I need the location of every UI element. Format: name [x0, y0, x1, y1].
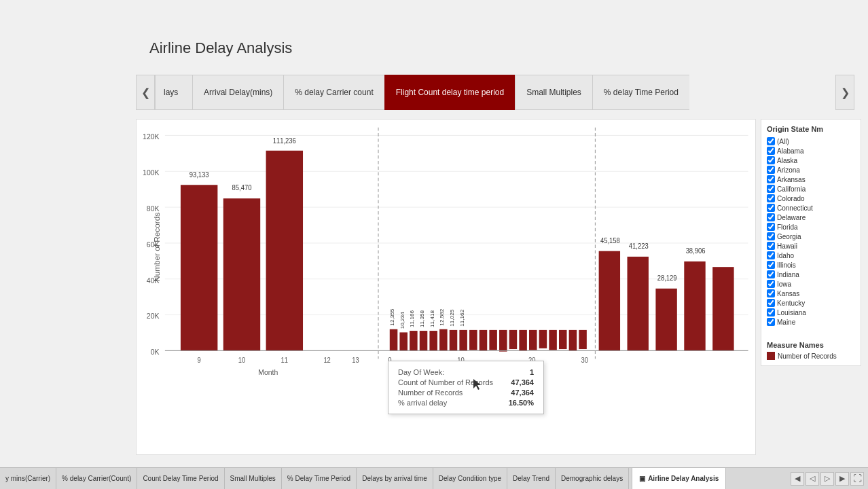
chart-container: 120K 100K 80K 60K 40K 20K 0K Number of R… — [136, 119, 756, 455]
svg-rect-46 — [450, 330, 458, 351]
tooltip-row-4: % arrival delay 16.50% — [398, 399, 534, 407]
tooltip-label-1: Day Of Week: — [398, 368, 444, 376]
svg-text:Month: Month — [258, 367, 278, 376]
tab-prev-arrow[interactable]: ❮ — [136, 75, 155, 110]
svg-rect-19 — [223, 198, 260, 350]
svg-text:11,418: 11,418 — [429, 310, 435, 327]
filter-item-arkansas[interactable]: Arkansas — [767, 175, 855, 183]
bottom-tab-delay-condition[interactable]: Delay Condition type — [433, 468, 507, 489]
svg-rect-67 — [655, 289, 676, 351]
bottom-icon-next[interactable]: ▷ — [820, 472, 834, 486]
filter-item-colorado[interactable]: Colorado — [767, 194, 855, 202]
svg-text:11,358: 11,358 — [419, 310, 424, 327]
tooltip-value-3: 47,364 — [511, 388, 534, 397]
svg-text:41,223: 41,223 — [629, 242, 649, 251]
filter-item-all[interactable]: (All) — [767, 137, 855, 145]
filter-item-kentucky[interactable]: Kentucky — [767, 299, 855, 307]
svg-text:120K: 120K — [143, 132, 160, 141]
tooltip-row-2: Count of Number of Records 47,364 — [398, 378, 534, 386]
bottom-tab-delays-arrival[interactable]: Delays by arrival time — [357, 468, 433, 489]
bottom-icon-back[interactable]: ◀ — [791, 472, 804, 486]
svg-text:30: 30 — [581, 357, 588, 365]
svg-rect-58 — [559, 330, 567, 349]
cursor-indicator — [471, 378, 484, 391]
measure-names-section: Measure Names Number of Records — [767, 341, 855, 360]
svg-text:11: 11 — [281, 357, 289, 365]
tab-item-partial-left[interactable]: lays — [155, 75, 192, 110]
svg-rect-56 — [539, 330, 547, 348]
tooltip-label-3: Number of Records — [398, 388, 463, 397]
svg-text:100K: 100K — [143, 168, 160, 177]
filter-item-georgia[interactable]: Georgia — [767, 232, 855, 240]
filter-item-alaska[interactable]: Alaska — [767, 156, 855, 164]
tooltip-row-3: Number of Records 47,364 — [398, 388, 534, 397]
filter-item-idaho[interactable]: Idaho — [767, 251, 855, 259]
bottom-tab-delay-trend[interactable]: Delay Trend — [507, 468, 556, 489]
filter-item-kansas[interactable]: Kansas — [767, 289, 855, 297]
tooltip-value-2: 47,364 — [511, 378, 534, 386]
bottom-icon-fullscreen[interactable]: ⛶ — [850, 472, 864, 486]
svg-text:11,166: 11,166 — [410, 310, 415, 327]
svg-rect-60 — [579, 330, 587, 349]
bottom-tab-carrier-mins[interactable]: y mins(Carrier) — [0, 468, 56, 489]
bottom-tab-delay-carrier-count[interactable]: % delay Carrier(Count) — [56, 468, 137, 489]
bottom-tab-demographic[interactable]: Demographic delays — [556, 468, 629, 489]
svg-text:11,162: 11,162 — [459, 310, 465, 327]
svg-text:Number of Records: Number of Records — [153, 213, 160, 282]
filter-panel-title: Origin State Nm — [767, 125, 855, 133]
svg-text:20K: 20K — [147, 312, 160, 321]
bottom-active-sheet[interactable]: ▣ Airline Delay Analysis — [632, 468, 726, 489]
svg-rect-34 — [390, 329, 398, 351]
svg-rect-40 — [420, 331, 428, 350]
filter-scroll[interactable]: (All) Alabama Alaska Arizona Arkansas Ca… — [767, 137, 855, 334]
bottom-tab-count-delay-time[interactable]: Count Delay Time Period — [137, 468, 224, 489]
svg-rect-48 — [459, 330, 467, 351]
bottom-icon-prev[interactable]: ◁ — [806, 472, 819, 486]
bottom-tab-delay-time-period[interactable]: % Delay Time Period — [282, 468, 357, 489]
tooltip-row-1: Day Of Week: 1 — [398, 368, 534, 376]
bottom-bar: y mins(Carrier) % delay Carrier(Count) C… — [0, 467, 868, 489]
svg-rect-50 — [480, 330, 488, 351]
filter-item-indiana[interactable]: Indiana — [767, 270, 855, 278]
filter-item-hawaii[interactable]: Hawaii — [767, 242, 855, 250]
svg-text:111,236: 111,236 — [273, 137, 296, 145]
svg-text:12: 12 — [323, 357, 331, 365]
svg-rect-22 — [266, 151, 303, 351]
bottom-icons: ◀ ◁ ▷ ▶ ⛶ — [791, 472, 868, 486]
bottom-tab-small-multiples[interactable]: Small Multiples — [225, 468, 282, 489]
bottom-icon-forward[interactable]: ▶ — [835, 472, 849, 486]
filter-item-arizona[interactable]: Arizona — [767, 166, 855, 174]
tab-delay-time-period[interactable]: % delay Time Period — [592, 75, 689, 110]
tab-bar: ❮ lays Arrival Delay(mins) % delay Carri… — [136, 75, 854, 110]
svg-rect-70 — [712, 267, 734, 350]
filter-item-illinois[interactable]: Illinois — [767, 261, 855, 269]
svg-rect-54 — [519, 330, 527, 351]
filter-item-connecticut[interactable]: Connecticut — [767, 204, 855, 212]
filter-item-louisiana[interactable]: Louisiana — [767, 308, 855, 316]
svg-rect-65 — [628, 257, 649, 351]
measure-names-item[interactable]: Number of Records — [767, 352, 855, 360]
filter-panel: Origin State Nm (All) Alabama Alaska Ari… — [761, 119, 861, 366]
svg-text:9: 9 — [198, 357, 202, 365]
tab-delay-carrier-count[interactable]: % delay Carrier count — [283, 75, 384, 110]
svg-rect-57 — [549, 330, 557, 350]
filter-item-iowa[interactable]: Iowa — [767, 280, 855, 288]
svg-text:38,906: 38,906 — [686, 247, 706, 255]
chart-tooltip: Day Of Week: 1 Count of Number of Record… — [388, 361, 544, 414]
tab-small-multiples[interactable]: Small Multiples — [515, 75, 592, 110]
svg-rect-44 — [439, 329, 448, 351]
tooltip-value-4: 16.50% — [509, 399, 534, 407]
svg-rect-38 — [410, 331, 418, 350]
tab-flight-count-delay[interactable]: Flight Count delay time period — [384, 75, 515, 110]
svg-text:80K: 80K — [147, 204, 160, 213]
filter-item-california[interactable]: California — [767, 185, 855, 193]
filter-item-maine[interactable]: Maine — [767, 318, 855, 326]
svg-rect-55 — [529, 330, 537, 350]
svg-text:12,582: 12,582 — [439, 309, 445, 326]
tab-next-arrow[interactable]: ❯ — [835, 75, 854, 110]
filter-item-alabama[interactable]: Alabama — [767, 147, 855, 155]
tab-arrival-delay[interactable]: Arrival Delay(mins) — [192, 75, 283, 110]
tooltip-label-4: % arrival delay — [398, 399, 447, 407]
filter-item-delaware[interactable]: Delaware — [767, 213, 855, 221]
filter-item-florida[interactable]: Florida — [767, 223, 855, 231]
